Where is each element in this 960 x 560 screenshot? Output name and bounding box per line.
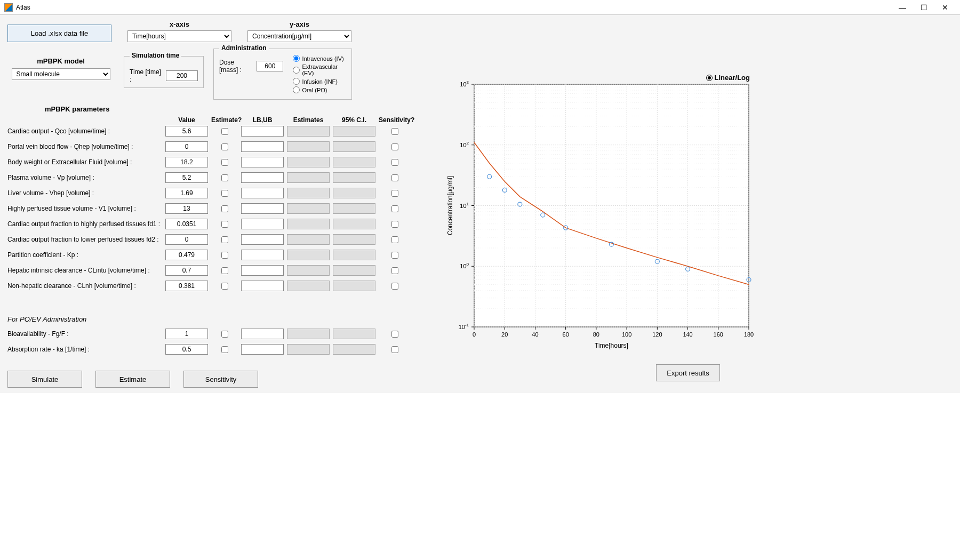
lbub-input[interactable] [241,141,284,152]
estimate-checkbox[interactable] [221,159,228,166]
lbub-input[interactable] [241,126,284,137]
ci-box [333,203,375,214]
ci-box [333,329,375,339]
svg-text:Time[hours]: Time[hours] [595,342,628,349]
ci-box [333,281,375,291]
param-value-input[interactable] [165,203,208,214]
param-value-input[interactable] [165,234,208,245]
param-value-input[interactable] [165,344,208,355]
sensitivity-button[interactable]: Sensitivity [183,371,258,388]
load-data-button[interactable]: Load .xlsx data file [7,25,111,42]
estimates-box [287,250,330,260]
lbub-input[interactable] [241,234,284,245]
maximize-button[interactable]: ☐ [913,1,934,14]
estimate-checkbox[interactable] [221,346,228,353]
estimate-checkbox[interactable] [221,128,228,135]
estimates-box [287,157,330,167]
lbub-input[interactable] [241,329,284,339]
model-select[interactable]: Small molecule [12,68,110,80]
lbub-input[interactable] [241,281,284,291]
svg-text:101: 101 [460,202,469,209]
estimate-checkbox[interactable] [221,174,228,181]
admin-radio-3[interactable] [293,86,300,93]
param-label: Body weight or Extracellular Fluid [volu… [7,158,162,166]
ci-box [333,344,375,355]
param-value-input[interactable] [165,329,208,339]
lbub-input[interactable] [241,265,284,276]
time-input[interactable] [166,70,198,81]
lbub-input[interactable] [241,188,284,198]
estimate-checkbox[interactable] [221,221,228,228]
sensitivity-checkbox[interactable] [391,143,398,150]
sensitivity-checkbox[interactable] [391,221,398,228]
estimate-checkbox[interactable] [221,267,228,274]
linear-log-toggle[interactable]: Linear/Log [706,74,750,82]
admin-radio-2[interactable] [293,78,300,85]
param-label: Liver volume - Vhep [volume] : [7,189,162,197]
lbub-input[interactable] [241,219,284,229]
estimates-box [287,203,330,214]
simulate-button[interactable]: Simulate [7,371,82,388]
estimate-checkbox[interactable] [221,283,228,290]
estimate-checkbox[interactable] [221,331,228,338]
param-value-input[interactable] [165,141,208,152]
param-value-input[interactable] [165,188,208,198]
admin-radio-0[interactable] [293,55,300,62]
svg-text:160: 160 [714,331,723,338]
lbub-input[interactable] [241,203,284,214]
dose-input[interactable] [257,61,283,71]
param-value-input[interactable] [165,126,208,137]
lbub-input[interactable] [241,250,284,260]
estimate-checkbox[interactable] [221,252,228,259]
svg-text:80: 80 [593,331,599,338]
estimate-checkbox[interactable] [221,205,228,212]
lbub-input[interactable] [241,157,284,167]
sensitivity-checkbox[interactable] [391,252,398,259]
lbub-input[interactable] [241,172,284,183]
estimate-checkbox[interactable] [221,236,228,243]
param-label: Bioavailability - Fg/F : [7,330,162,338]
x-axis-label: x-axis [170,20,189,28]
x-axis-select[interactable]: Time[hours] [127,30,231,42]
sensitivity-checkbox[interactable] [391,190,398,197]
param-value-input[interactable] [165,172,208,183]
svg-text:60: 60 [563,331,569,338]
chart: Linear/Log 02040608010012014016018010-11… [445,74,754,351]
sensitivity-checkbox[interactable] [391,159,398,166]
estimates-box [287,329,330,339]
param-value-input[interactable] [165,265,208,276]
lbub-input[interactable] [241,344,284,355]
model-label: mPBPK model [37,57,85,65]
minimize-button[interactable]: — [892,1,913,14]
y-axis-select[interactable]: Concentration[μg/ml] [247,30,351,42]
app-logo-icon [4,3,13,12]
sensitivity-checkbox[interactable] [391,236,398,243]
estimates-box [287,219,330,229]
sensitivity-checkbox[interactable] [391,331,398,338]
estimate-button[interactable]: Estimate [95,371,170,388]
estimate-checkbox[interactable] [221,143,228,150]
estimates-box [287,234,330,245]
ci-box [333,188,375,198]
admin-radio-1[interactable] [293,67,300,74]
sensitivity-checkbox[interactable] [391,128,398,135]
param-label: Cardiac output - Qco [volume/time] : [7,127,162,135]
param-value-input[interactable] [165,219,208,229]
export-button[interactable]: Export results [656,364,720,381]
close-button[interactable]: ✕ [934,1,956,14]
time-label: Time [time] : [130,68,163,83]
sensitivity-checkbox[interactable] [391,205,398,212]
estimate-checkbox[interactable] [221,190,228,197]
ci-box [333,265,375,276]
param-value-input[interactable] [165,157,208,167]
estimates-box [287,172,330,183]
param-value-input[interactable] [165,281,208,291]
sensitivity-checkbox[interactable] [391,283,398,290]
param-value-input[interactable] [165,250,208,260]
sensitivity-checkbox[interactable] [391,267,398,274]
sensitivity-checkbox[interactable] [391,174,398,181]
title-bar: Atlas — ☐ ✕ [0,0,960,15]
sensitivity-checkbox[interactable] [391,346,398,353]
svg-text:100: 100 [622,331,631,338]
estimates-box [287,265,330,276]
